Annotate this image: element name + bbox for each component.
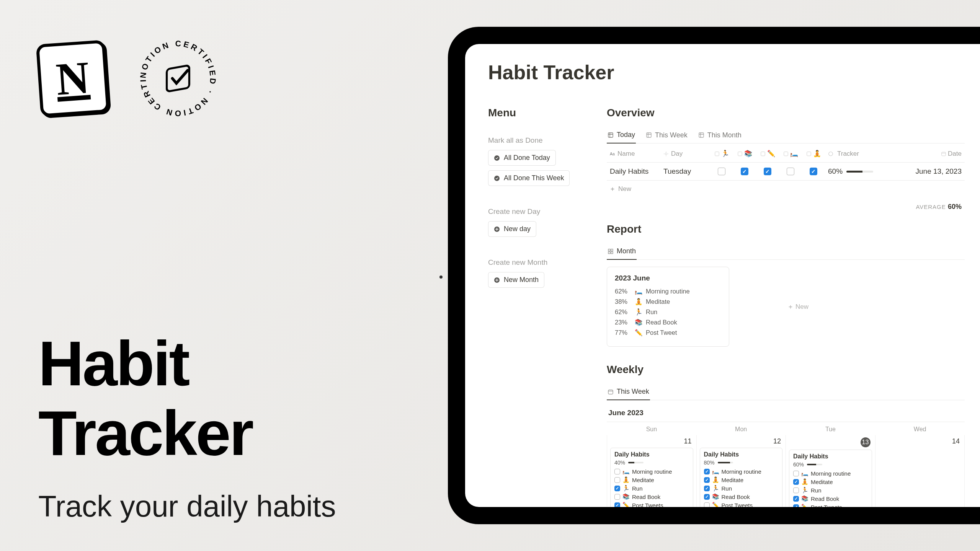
habit-checkbox[interactable] <box>614 477 620 483</box>
calendar-day-cell[interactable]: 14 <box>875 435 965 507</box>
svg-rect-24 <box>611 249 613 251</box>
all-done-week-button[interactable]: All Done This Week <box>488 170 570 186</box>
date-number: 12 <box>700 437 783 445</box>
date-number: 14 <box>879 437 962 445</box>
new-month-button[interactable]: New Month <box>488 272 544 288</box>
tab-this-month[interactable]: This Month <box>697 129 742 143</box>
calendar-day-cell[interactable]: 13Daily Habits 60% 🛏️Morning routine🧘Med… <box>786 435 875 507</box>
habit-checkbox[interactable] <box>793 487 799 493</box>
habit-item: 🏃Run <box>704 485 779 492</box>
report-card[interactable]: 2023 June 62%🛏️Morning routine38%🧘Medita… <box>607 267 729 347</box>
habit-checkbox[interactable] <box>810 168 817 175</box>
table-row[interactable]: Daily Habits Tuesday 60% June 13, <box>607 163 965 181</box>
svg-point-20 <box>829 152 833 156</box>
habit-card-title: Daily Habits <box>614 451 689 458</box>
gallery-icon <box>608 248 614 254</box>
habit-checkbox[interactable] <box>793 496 799 502</box>
menu-sidebar: Menu Mark all as Done All Done Today All… <box>488 107 584 507</box>
tab-month[interactable]: Month <box>607 245 637 260</box>
report-item: 23%📚Read Book <box>615 319 721 326</box>
table-icon <box>608 132 614 138</box>
habit-checkbox[interactable] <box>704 469 710 474</box>
col-check-2: 📚 <box>733 145 756 162</box>
svg-rect-25 <box>608 252 610 254</box>
report-card-title: 2023 June <box>615 274 721 282</box>
tab-this-week-cal[interactable]: This Week <box>607 385 650 400</box>
date-number: 13 <box>789 437 872 447</box>
table-icon <box>698 132 704 138</box>
col-tracker: Tracker <box>825 145 890 162</box>
tab-today[interactable]: Today <box>607 129 636 143</box>
svg-rect-17 <box>761 152 765 156</box>
weekly-month-label: June 2023 <box>607 402 965 422</box>
habit-card[interactable]: Daily Habits 40% 🛏️Morning routine🧘Medit… <box>610 448 693 507</box>
habit-checkbox[interactable] <box>793 479 799 485</box>
habit-checkbox[interactable] <box>793 471 799 476</box>
habit-card-progress: 60% <box>793 461 868 468</box>
habit-checkbox[interactable] <box>741 168 748 175</box>
create-month-label: Create new Month <box>488 258 584 267</box>
habit-item: 🧘Meditate <box>614 476 689 483</box>
habit-checkbox[interactable] <box>704 477 710 483</box>
calendar-day-cell[interactable]: 12Daily Habits 80% 🛏️Morning routine🧘Med… <box>697 435 786 507</box>
all-done-today-button[interactable]: All Done Today <box>488 150 556 166</box>
habit-checkbox[interactable] <box>764 168 771 175</box>
svg-point-10 <box>665 153 667 155</box>
row-name: Daily Habits <box>607 163 660 180</box>
sun-icon <box>663 151 669 156</box>
svg-rect-7 <box>647 133 651 137</box>
tab-this-week[interactable]: This Week <box>645 129 688 143</box>
habit-card[interactable]: Daily Habits 60% 🛏️Morning routine🧘Medit… <box>789 450 872 507</box>
svg-text:NOTION CERTIFIED · NOTION CERT: NOTION CERTIFIED · NOTION CERTIFIED · <box>138 38 218 118</box>
habit-checkbox[interactable] <box>614 469 620 474</box>
col-date: Date <box>890 145 965 162</box>
habit-checkbox[interactable] <box>704 502 710 507</box>
weekday-label: Sun <box>607 422 696 435</box>
calendar-icon <box>941 151 946 156</box>
habit-checkbox[interactable] <box>793 504 799 507</box>
habit-item: 📚Read Book <box>793 495 868 502</box>
svg-rect-1 <box>167 65 189 91</box>
new-day-button[interactable]: New day <box>488 221 536 237</box>
calendar-day-cell[interactable]: 11Daily Habits 40% 🛏️Morning routine🧘Med… <box>607 435 697 507</box>
create-day-label: Create new Day <box>488 207 584 216</box>
overview-tabs: Today This Week This Month <box>607 129 965 143</box>
habit-item: 📚Read Book <box>614 493 689 500</box>
page-title: Habit Tracker <box>488 61 965 84</box>
habit-checkbox[interactable] <box>614 502 620 507</box>
weekday-label: Tue <box>786 422 875 435</box>
habit-card-title: Daily Habits <box>704 451 779 458</box>
habit-checkbox[interactable] <box>704 486 710 491</box>
habit-checkbox[interactable] <box>718 168 725 175</box>
camera-icon <box>439 276 443 279</box>
new-row-button[interactable]: New <box>607 181 965 197</box>
col-check-4: 🛏️ <box>779 145 802 162</box>
date-number: 11 <box>610 437 693 445</box>
habit-checkbox[interactable] <box>614 494 620 500</box>
col-check-1: 🏃 <box>710 145 733 162</box>
promo-title: Habit Tracker <box>38 329 383 468</box>
habit-card-progress: 40% <box>614 460 689 466</box>
habit-checkbox[interactable] <box>787 168 794 175</box>
menu-heading: Menu <box>488 107 584 119</box>
promo-panel: N NOTION CERTIFIED · NOTION CERTIFIED · … <box>38 38 383 526</box>
svg-rect-26 <box>611 252 613 254</box>
report-item: 62%🛏️Morning routine <box>615 288 721 295</box>
check-circle-icon <box>494 175 500 181</box>
habit-checkbox[interactable] <box>704 494 710 500</box>
promo-subtitle: Track your daily habits <box>38 487 383 526</box>
new-card-button[interactable]: New <box>737 267 859 347</box>
average-row: AVERAGE 60% <box>607 197 965 223</box>
check-circle-icon <box>494 155 500 161</box>
habit-checkbox[interactable] <box>614 486 620 491</box>
habit-item: 🏃Run <box>614 485 689 492</box>
svg-rect-18 <box>784 152 788 156</box>
habit-item: 📚Read Book <box>704 493 779 500</box>
col-name: AaName <box>607 145 660 162</box>
row-tracker: 60% <box>825 163 890 180</box>
col-day: Day <box>660 145 710 162</box>
habit-card[interactable]: Daily Habits 80% 🛏️Morning routine🧘Medit… <box>700 448 783 507</box>
plus-icon <box>788 304 793 310</box>
habit-item: ✏️Post Tweets <box>614 502 689 507</box>
report-item: 77%✏️Post Tweet <box>615 329 721 336</box>
